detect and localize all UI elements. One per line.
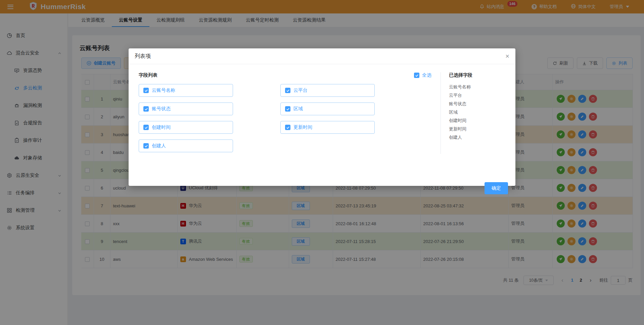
field-list-pane: 字段列表 全选 云账号名称云平台账号状态区域创建时间更新时间创建人 — [129, 64, 441, 186]
checkbox-checked-icon — [143, 106, 149, 112]
confirm-button[interactable]: 确定 — [485, 182, 508, 194]
selected-field: 区域 — [449, 108, 515, 116]
field-option-5[interactable]: 创建时间 — [139, 121, 233, 134]
selected-fields-header: 已选择字段 — [449, 72, 515, 78]
field-list-label: 字段列表 — [139, 72, 157, 78]
checkbox-checked-icon — [143, 88, 149, 93]
select-all-label: 全选 — [422, 72, 431, 78]
selected-field: 云账号名称 — [449, 83, 515, 91]
field-option-label: 更新时间 — [293, 124, 312, 130]
modal-body: 字段列表 全选 云账号名称云平台账号状态区域创建时间更新时间创建人 已选择字段 … — [129, 64, 515, 186]
selected-field: 创建时间 — [449, 116, 515, 125]
field-option-label: 区域 — [293, 106, 303, 112]
field-option-label: 创建人 — [152, 143, 166, 149]
selected-field: 更新时间 — [449, 125, 515, 133]
checkbox-checked-icon — [285, 125, 290, 130]
selected-field: 云平台 — [449, 91, 515, 99]
select-all-checkbox[interactable]: 全选 — [414, 72, 431, 78]
modal-header: 列表项 × — [129, 48, 515, 64]
checkbox-checked-icon — [285, 106, 290, 112]
field-option-6[interactable]: 更新时间 — [280, 121, 375, 134]
checkbox-checked-icon — [143, 125, 149, 130]
field-option-3[interactable]: 账号状态 — [139, 103, 233, 115]
checkbox-checked-icon — [143, 143, 149, 149]
selected-field: 创建人 — [449, 133, 515, 141]
checkbox-checked-icon — [414, 73, 419, 78]
field-option-label: 云平台 — [293, 87, 308, 93]
modal-title: 列表项 — [135, 53, 151, 60]
field-option-1[interactable]: 云账号名称 — [139, 84, 233, 97]
field-option-7[interactable]: 创建人 — [139, 139, 233, 152]
field-option-label: 账号状态 — [152, 106, 171, 112]
field-option-2[interactable]: 云平台 — [280, 84, 375, 97]
field-option-label: 创建时间 — [152, 124, 171, 130]
app-root: HummerRisk 站内消息 146 ? 帮助文档 简体中文 管理员 — [0, 0, 644, 325]
columns-modal: 列表项 × 字段列表 全选 云账号名称云平台账号状态区域创建时间更新时间创建人 — [129, 48, 515, 186]
selected-fields-pane: 已选择字段 云账号名称云平台账号状态区域创建时间更新时间创建人 — [441, 64, 515, 186]
close-icon[interactable]: × — [505, 53, 509, 59]
field-option-4[interactable]: 区域 — [280, 103, 375, 115]
selected-field: 账号状态 — [449, 99, 515, 108]
checkbox-checked-icon — [285, 88, 290, 93]
field-option-label: 云账号名称 — [152, 87, 175, 93]
